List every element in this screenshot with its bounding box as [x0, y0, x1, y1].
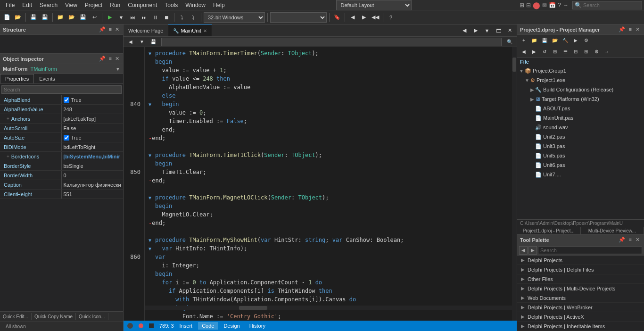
pm-options-btn[interactable]: ⚙: [581, 36, 591, 45]
tp-expand-1[interactable]: ▶: [521, 257, 525, 263]
arrow-icon[interactable]: →: [563, 2, 569, 8]
layout-dropdown[interactable]: Default LayoutDefault Layout: [336, 0, 412, 10]
prop-row-bordericons[interactable]: +BorderIcons [biSystemMenu,biMinir: [0, 152, 123, 161]
pm-arrow-btn[interactable]: →: [602, 48, 611, 56]
target-platforms-expand-icon[interactable]: ▶: [530, 97, 534, 102]
prop-row-clientheight[interactable]: ClientHeight 551: [0, 190, 123, 199]
tp-item-delphi-projects[interactable]: ▶ Delphi Projects: [517, 256, 644, 265]
run-button[interactable]: ▶: [105, 12, 115, 23]
code-vscroll[interactable]: [512, 47, 517, 321]
tp-item-activex[interactable]: ▶ Delphi Projects | ActiveX: [517, 312, 644, 322]
menu-view[interactable]: View: [61, 1, 81, 9]
trace2-button[interactable]: ⤵: [188, 12, 198, 23]
tab-scroll-left[interactable]: ◀: [459, 25, 470, 36]
prop-row-borderstyle[interactable]: BorderStyle bsSingle: [0, 161, 123, 171]
project1-expand-icon[interactable]: ▼: [525, 78, 529, 83]
pm-run-btn[interactable]: ▶: [571, 36, 580, 45]
tree-projectgroup[interactable]: ▼ 📦 ProjectGroup1: [517, 66, 644, 75]
oi-tab-properties[interactable]: Properties: [0, 74, 34, 83]
open-file-button[interactable]: 📁: [55, 12, 66, 23]
code-save-btn[interactable]: 💾: [148, 37, 158, 47]
pm-grid-btn[interactable]: ⊟: [571, 48, 580, 56]
pm-next-btn[interactable]: ▶: [529, 48, 539, 56]
pm-filter-btn[interactable]: ⊞: [581, 48, 591, 56]
pm-prev-btn[interactable]: ◀: [519, 48, 528, 56]
tab-maximize[interactable]: 🗖: [493, 25, 504, 36]
structure-close-icon[interactable]: ✕: [114, 26, 120, 33]
menu-search[interactable]: Search: [36, 1, 61, 9]
tree-unit3[interactable]: ▶ 📄 Unit3.pas: [517, 141, 644, 151]
tree-about[interactable]: ▶ 📄 ABOUT.pas: [517, 104, 644, 113]
oi-pin-icon[interactable]: 📌: [98, 55, 107, 62]
platform-dropdown[interactable]: 32-bit Windows: [204, 12, 265, 23]
pm-save-btn[interactable]: 💾: [540, 36, 549, 45]
menu-tools[interactable]: Tools: [161, 1, 182, 9]
tree-unit5[interactable]: ▶ 📄 Unit5.pas: [517, 151, 644, 160]
bookmark-button[interactable]: 🔖: [332, 12, 342, 23]
mail-icon[interactable]: ✉: [542, 2, 547, 8]
open2-button[interactable]: 📂: [66, 12, 77, 23]
tab-scroll-right[interactable]: ▶: [471, 25, 481, 36]
search-input[interactable]: [583, 2, 640, 8]
help-button[interactable]: ?: [386, 12, 396, 23]
pm-build-btn[interactable]: 🔨: [561, 36, 570, 45]
pm-refresh-btn[interactable]: ↺: [540, 48, 549, 56]
step-button[interactable]: ⏭: [127, 12, 138, 23]
pause-button[interactable]: ⏸: [150, 12, 160, 23]
tree-unit6[interactable]: ▶ 📄 Unit6.pas: [517, 160, 644, 170]
pm-open-btn[interactable]: 📂: [550, 36, 560, 45]
pm-pin-icon[interactable]: 📌: [617, 26, 627, 33]
oi-form-dropdown[interactable]: MainForm TMainForm ▼: [3, 66, 120, 72]
tab-menu[interactable]: ▼: [482, 25, 492, 36]
tp-next-btn[interactable]: ▶: [528, 246, 537, 255]
tp-item-webbroker[interactable]: ▶ Delphi Projects | WebBroker: [517, 303, 644, 312]
tp-item-multi-device[interactable]: ▶ Delphi Projects | Multi-Device Project…: [517, 284, 644, 293]
tp-expand-6[interactable]: ▶: [521, 305, 525, 310]
tp-expand-8[interactable]: ▶: [521, 323, 525, 329]
autosize-checkbox[interactable]: [64, 135, 69, 141]
code-menu-btn[interactable]: ▼: [137, 37, 147, 47]
tab-mainunit-close[interactable]: ✕: [203, 28, 207, 33]
new-button[interactable]: 📄: [2, 12, 12, 23]
prop-row-borderwidth[interactable]: BorderWidth 0: [0, 171, 123, 180]
structure-pin-icon[interactable]: 📌: [98, 26, 107, 33]
prop-row-anchors[interactable]: +Anchors [akLeft,akTop]: [0, 114, 123, 124]
undo-button[interactable]: ↩: [89, 12, 99, 23]
pm-list-btn[interactable]: ☰: [561, 48, 570, 56]
calendar-icon[interactable]: 📅: [549, 2, 556, 8]
config-dropdown[interactable]: [270, 12, 327, 23]
tp-item-inheritable[interactable]: ▶ Delphi Projects | Inheritable Items: [517, 322, 644, 331]
prop-row-autosize[interactable]: AutoSize True: [0, 133, 123, 142]
oi-tab-events[interactable]: Events: [34, 74, 60, 83]
open-button[interactable]: 📂: [13, 12, 23, 23]
back-button[interactable]: ◀: [347, 12, 358, 23]
toolbar-icon-1[interactable]: ⊞: [520, 2, 524, 8]
code-back-btn[interactable]: ◀: [125, 37, 136, 47]
tp-expand-3[interactable]: ▶: [521, 276, 525, 281]
tp-expand-7[interactable]: ▶: [521, 314, 525, 319]
save-all-button[interactable]: 💾: [40, 12, 50, 23]
menu-window[interactable]: Window: [182, 1, 209, 9]
quick-icon-button[interactable]: Quick Icon...: [76, 313, 108, 320]
prop-row-alphablend[interactable]: AlphaBlend True: [0, 95, 123, 105]
tp-pin-icon[interactable]: 📌: [617, 236, 627, 243]
prop-row-caption[interactable]: Caption Калькулятор физически: [0, 180, 123, 190]
prop-row-bidimode[interactable]: BiDiMode bdLeftToRight: [0, 142, 123, 152]
tree-unit7[interactable]: ▶ 📄 Unit7....: [517, 170, 644, 179]
pm-table-btn[interactable]: ⊞: [550, 48, 560, 56]
build-config-expand-icon[interactable]: ▶: [530, 87, 534, 92]
alphablend-checkbox[interactable]: [64, 97, 69, 103]
editor-tab-history[interactable]: History: [246, 322, 269, 330]
oi-close-icon[interactable]: ✕: [114, 55, 120, 62]
menu-component[interactable]: Component: [124, 1, 161, 9]
tp-prev-btn[interactable]: ◀: [519, 246, 528, 255]
tp-item-web-docs[interactable]: ▶ Web Documents: [517, 293, 644, 303]
bordericons-expand-icon[interactable]: +: [7, 154, 9, 159]
menu-file[interactable]: File: [2, 1, 18, 9]
vscroll-thumb[interactable]: [512, 58, 516, 72]
menu-project[interactable]: Project: [81, 1, 106, 9]
projectgroup-expand-icon[interactable]: ▼: [519, 68, 524, 74]
back2-button[interactable]: ◀◀: [370, 12, 380, 23]
menu-run[interactable]: Run: [106, 1, 124, 9]
pm-new-folder-btn[interactable]: 📁: [529, 36, 539, 45]
